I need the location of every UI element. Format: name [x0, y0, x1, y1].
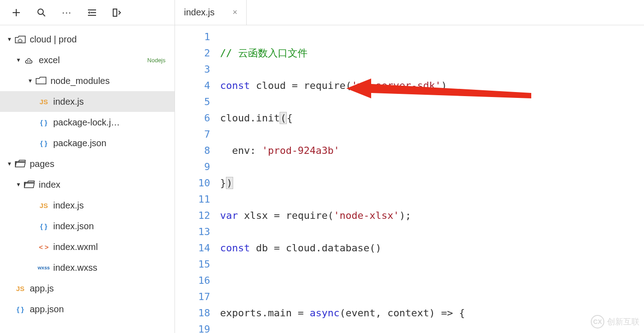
close-icon[interactable]: ×: [233, 8, 238, 17]
tab-bar: index.js ×: [175, 0, 644, 25]
tree-label: index.wxml: [53, 242, 98, 252]
watermark-icon: CX: [591, 315, 604, 328]
wxss-file-icon: wxss: [38, 262, 50, 273]
chevron-down-icon: ▼: [5, 160, 14, 168]
file-tree: ▼ cloud | prod ▼ excel Nodejs ▼ node_mod…: [0, 25, 175, 333]
cloud-function-icon: [23, 54, 35, 66]
json-file-icon: { }: [38, 137, 50, 149]
js-file-icon: JS: [38, 199, 50, 211]
tree-folder-index[interactable]: ▼ index: [0, 174, 175, 195]
tree-file-index-json[interactable]: { } index.json: [0, 216, 175, 236]
tree-label: app.js: [30, 283, 54, 294]
tree-label: package-lock.j…: [53, 117, 120, 128]
chevron-down-icon: ▼: [5, 35, 14, 43]
search-button[interactable]: [29, 0, 54, 25]
tree-label: app.json: [30, 304, 64, 314]
tree-file-index-wxml[interactable]: < > index.wxml: [0, 236, 175, 257]
tab-label: index.js: [184, 7, 215, 18]
tree-file-app-js[interactable]: JS app.js: [0, 278, 175, 299]
tree-label: excel: [39, 55, 60, 65]
js-file-icon: JS: [14, 282, 26, 294]
editor: index.js × 12345678910111213141516171819…: [175, 0, 644, 333]
watermark-text: 创新互联: [607, 316, 639, 327]
more-button[interactable]: ···: [54, 0, 79, 25]
tree-label: index: [39, 180, 60, 190]
add-button[interactable]: [4, 0, 29, 25]
chevron-down-icon: ▼: [26, 77, 34, 85]
folder-open-icon: [23, 179, 35, 190]
tree-label: pages: [30, 159, 55, 169]
cloud-folder-icon: [14, 33, 26, 45]
sidebar: ··· ▼ cloud | prod ▼ excel Nodejs ▼: [0, 0, 175, 333]
code-content[interactable]: // 云函数入口文件 const cloud = require('wx-ser…: [220, 25, 644, 333]
tree-label: package.json: [53, 138, 106, 148]
tree-file-package-json[interactable]: { } package.json: [0, 133, 175, 153]
tree-file-app-json[interactable]: { } app.json: [0, 299, 175, 319]
tree-file-package-lock[interactable]: { } package-lock.j…: [0, 112, 175, 133]
sidebar-toolbar: ···: [0, 0, 175, 25]
toggle-panel-button[interactable]: [105, 0, 130, 25]
folder-icon: [35, 75, 47, 87]
tree-file-index-wxss[interactable]: wxss index.wxss: [0, 257, 175, 278]
svg-rect-1: [113, 9, 117, 16]
wxml-file-icon: < >: [38, 241, 50, 253]
tree-file-index-js-2[interactable]: JS index.js: [0, 195, 175, 216]
line-gutter: 12345678910111213141516171819: [175, 25, 220, 333]
tab-index-js[interactable]: index.js ×: [175, 0, 247, 25]
nodejs-badge: Nodejs: [147, 57, 166, 64]
tree-label: index.json: [53, 221, 94, 231]
folder-open-icon: [14, 158, 26, 170]
code-editor[interactable]: 12345678910111213141516171819 // 云函数入口文件…: [175, 25, 644, 333]
tree-label: index.js: [53, 97, 84, 107]
tree-folder-pages[interactable]: ▼ pages: [0, 153, 175, 174]
chevron-down-icon: ▼: [14, 180, 23, 189]
tree-label: node_modules: [51, 76, 110, 86]
json-file-icon: { }: [14, 303, 26, 315]
json-file-icon: { }: [38, 220, 50, 232]
tree-label: index.js: [53, 200, 84, 211]
json-file-icon: { }: [38, 116, 50, 128]
svg-point-0: [38, 9, 43, 14]
chevron-down-icon: ▼: [14, 56, 23, 64]
tree-label: index.wxss: [53, 263, 97, 273]
tree-file-index-js[interactable]: JS index.js: [0, 91, 175, 112]
tree-label: cloud | prod: [30, 34, 77, 45]
tree-folder-cloud[interactable]: ▼ cloud | prod: [0, 29, 175, 50]
tree-folder-excel[interactable]: ▼ excel Nodejs: [0, 50, 175, 70]
watermark: CX 创新互联: [591, 315, 639, 328]
js-file-icon: JS: [38, 96, 50, 107]
tree-folder-node-modules[interactable]: ▼ node_modules: [0, 70, 175, 91]
collapse-button[interactable]: [79, 0, 105, 25]
